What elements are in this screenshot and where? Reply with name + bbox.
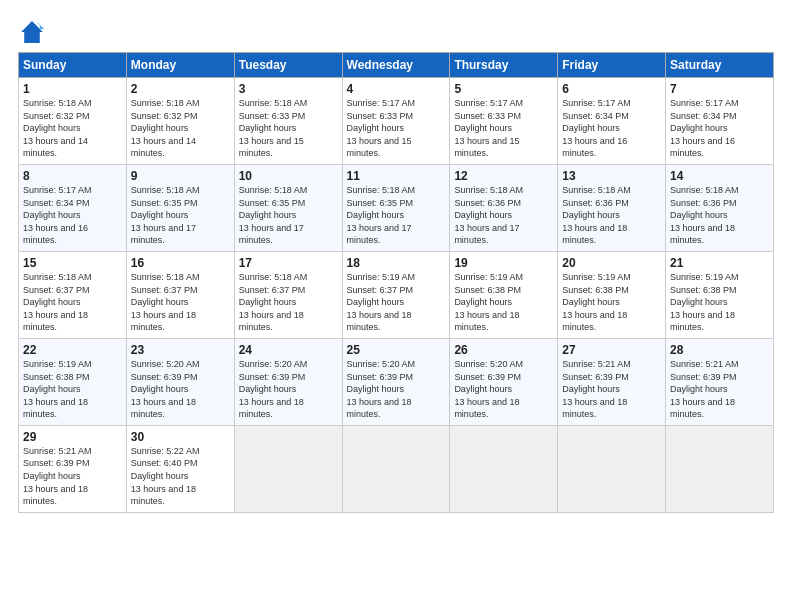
calendar-cell: 21 Sunrise: 5:19 AM Sunset: 6:38 PM Dayl… bbox=[666, 251, 774, 338]
sunrise-label: Sunrise: 5:18 AM bbox=[23, 272, 92, 282]
day-number: 22 bbox=[23, 343, 122, 357]
daylight-label: Daylight hours bbox=[347, 210, 405, 220]
daylight-value: 13 hours and 18 minutes. bbox=[347, 310, 412, 333]
sunset-label: Sunset: 6:34 PM bbox=[562, 111, 629, 121]
day-info: Sunrise: 5:18 AM Sunset: 6:37 PM Dayligh… bbox=[23, 271, 122, 334]
calendar-week-row: 15 Sunrise: 5:18 AM Sunset: 6:37 PM Dayl… bbox=[19, 251, 774, 338]
sunset-label: Sunset: 6:37 PM bbox=[23, 285, 90, 295]
calendar-cell bbox=[450, 425, 558, 512]
sunset-label: Sunset: 6:34 PM bbox=[23, 198, 90, 208]
sunset-label: Sunset: 6:37 PM bbox=[131, 285, 198, 295]
day-info: Sunrise: 5:18 AM Sunset: 6:33 PM Dayligh… bbox=[239, 97, 338, 160]
day-info: Sunrise: 5:18 AM Sunset: 6:35 PM Dayligh… bbox=[347, 184, 446, 247]
daylight-value: 13 hours and 18 minutes. bbox=[239, 310, 304, 333]
calendar-cell: 6 Sunrise: 5:17 AM Sunset: 6:34 PM Dayli… bbox=[558, 78, 666, 165]
sunset-label: Sunset: 6:33 PM bbox=[239, 111, 306, 121]
calendar-cell: 22 Sunrise: 5:19 AM Sunset: 6:38 PM Dayl… bbox=[19, 338, 127, 425]
calendar-cell: 15 Sunrise: 5:18 AM Sunset: 6:37 PM Dayl… bbox=[19, 251, 127, 338]
calendar-cell: 26 Sunrise: 5:20 AM Sunset: 6:39 PM Dayl… bbox=[450, 338, 558, 425]
daylight-label: Daylight hours bbox=[23, 297, 81, 307]
day-number: 21 bbox=[670, 256, 769, 270]
sunrise-label: Sunrise: 5:18 AM bbox=[131, 272, 200, 282]
day-info: Sunrise: 5:17 AM Sunset: 6:34 PM Dayligh… bbox=[23, 184, 122, 247]
day-info: Sunrise: 5:18 AM Sunset: 6:36 PM Dayligh… bbox=[670, 184, 769, 247]
day-info: Sunrise: 5:20 AM Sunset: 6:39 PM Dayligh… bbox=[131, 358, 230, 421]
calendar-cell: 30 Sunrise: 5:22 AM Sunset: 6:40 PM Dayl… bbox=[126, 425, 234, 512]
calendar-cell: 2 Sunrise: 5:18 AM Sunset: 6:32 PM Dayli… bbox=[126, 78, 234, 165]
sunrise-label: Sunrise: 5:17 AM bbox=[347, 98, 416, 108]
day-number: 15 bbox=[23, 256, 122, 270]
daylight-value: 13 hours and 18 minutes. bbox=[23, 310, 88, 333]
daylight-label: Daylight hours bbox=[131, 471, 189, 481]
day-number: 28 bbox=[670, 343, 769, 357]
day-info: Sunrise: 5:19 AM Sunset: 6:38 PM Dayligh… bbox=[454, 271, 553, 334]
daylight-label: Daylight hours bbox=[347, 123, 405, 133]
day-info: Sunrise: 5:17 AM Sunset: 6:33 PM Dayligh… bbox=[347, 97, 446, 160]
sunrise-label: Sunrise: 5:17 AM bbox=[562, 98, 631, 108]
daylight-value: 13 hours and 18 minutes. bbox=[454, 397, 519, 420]
day-number: 9 bbox=[131, 169, 230, 183]
daylight-value: 13 hours and 18 minutes. bbox=[562, 310, 627, 333]
day-number: 18 bbox=[347, 256, 446, 270]
daylight-label: Daylight hours bbox=[562, 123, 620, 133]
daylight-value: 13 hours and 18 minutes. bbox=[131, 484, 196, 507]
daylight-label: Daylight hours bbox=[454, 123, 512, 133]
sunrise-label: Sunrise: 5:19 AM bbox=[670, 272, 739, 282]
daylight-value: 13 hours and 16 minutes. bbox=[562, 136, 627, 159]
sunrise-label: Sunrise: 5:20 AM bbox=[347, 359, 416, 369]
calendar-cell: 18 Sunrise: 5:19 AM Sunset: 6:37 PM Dayl… bbox=[342, 251, 450, 338]
daylight-label: Daylight hours bbox=[347, 384, 405, 394]
sunrise-label: Sunrise: 5:18 AM bbox=[131, 98, 200, 108]
calendar-cell bbox=[342, 425, 450, 512]
daylight-label: Daylight hours bbox=[454, 384, 512, 394]
sunset-label: Sunset: 6:38 PM bbox=[670, 285, 737, 295]
sunset-label: Sunset: 6:39 PM bbox=[239, 372, 306, 382]
sunrise-label: Sunrise: 5:19 AM bbox=[562, 272, 631, 282]
daylight-value: 13 hours and 17 minutes. bbox=[347, 223, 412, 246]
day-number: 13 bbox=[562, 169, 661, 183]
sunset-label: Sunset: 6:39 PM bbox=[347, 372, 414, 382]
calendar-cell: 4 Sunrise: 5:17 AM Sunset: 6:33 PM Dayli… bbox=[342, 78, 450, 165]
day-number: 7 bbox=[670, 82, 769, 96]
calendar-cell: 9 Sunrise: 5:18 AM Sunset: 6:35 PM Dayli… bbox=[126, 164, 234, 251]
daylight-value: 13 hours and 18 minutes. bbox=[670, 223, 735, 246]
page: SundayMondayTuesdayWednesdayThursdayFrid… bbox=[0, 0, 792, 612]
daylight-label: Daylight hours bbox=[239, 210, 297, 220]
daylight-value: 13 hours and 18 minutes. bbox=[562, 397, 627, 420]
sunrise-label: Sunrise: 5:19 AM bbox=[454, 272, 523, 282]
day-number: 26 bbox=[454, 343, 553, 357]
daylight-value: 13 hours and 14 minutes. bbox=[23, 136, 88, 159]
calendar-cell: 14 Sunrise: 5:18 AM Sunset: 6:36 PM Dayl… bbox=[666, 164, 774, 251]
calendar-cell: 25 Sunrise: 5:20 AM Sunset: 6:39 PM Dayl… bbox=[342, 338, 450, 425]
daylight-label: Daylight hours bbox=[131, 297, 189, 307]
day-info: Sunrise: 5:20 AM Sunset: 6:39 PM Dayligh… bbox=[454, 358, 553, 421]
daylight-value: 13 hours and 18 minutes. bbox=[670, 397, 735, 420]
calendar-cell: 7 Sunrise: 5:17 AM Sunset: 6:34 PM Dayli… bbox=[666, 78, 774, 165]
calendar-cell: 19 Sunrise: 5:19 AM Sunset: 6:38 PM Dayl… bbox=[450, 251, 558, 338]
daylight-value: 13 hours and 16 minutes. bbox=[23, 223, 88, 246]
daylight-label: Daylight hours bbox=[670, 210, 728, 220]
calendar-cell: 24 Sunrise: 5:20 AM Sunset: 6:39 PM Dayl… bbox=[234, 338, 342, 425]
sunset-label: Sunset: 6:32 PM bbox=[23, 111, 90, 121]
day-number: 30 bbox=[131, 430, 230, 444]
day-number: 6 bbox=[562, 82, 661, 96]
sunrise-label: Sunrise: 5:18 AM bbox=[131, 185, 200, 195]
sunset-label: Sunset: 6:39 PM bbox=[562, 372, 629, 382]
calendar-table: SundayMondayTuesdayWednesdayThursdayFrid… bbox=[18, 52, 774, 513]
day-info: Sunrise: 5:20 AM Sunset: 6:39 PM Dayligh… bbox=[239, 358, 338, 421]
daylight-label: Daylight hours bbox=[670, 297, 728, 307]
daylight-label: Daylight hours bbox=[562, 210, 620, 220]
calendar-cell bbox=[666, 425, 774, 512]
calendar-cell: 12 Sunrise: 5:18 AM Sunset: 6:36 PM Dayl… bbox=[450, 164, 558, 251]
sunset-label: Sunset: 6:36 PM bbox=[670, 198, 737, 208]
daylight-value: 13 hours and 14 minutes. bbox=[131, 136, 196, 159]
weekday-header-wednesday: Wednesday bbox=[342, 53, 450, 78]
day-info: Sunrise: 5:18 AM Sunset: 6:36 PM Dayligh… bbox=[562, 184, 661, 247]
calendar-cell: 1 Sunrise: 5:18 AM Sunset: 6:32 PM Dayli… bbox=[19, 78, 127, 165]
daylight-value: 13 hours and 17 minutes. bbox=[454, 223, 519, 246]
calendar-cell: 29 Sunrise: 5:21 AM Sunset: 6:39 PM Dayl… bbox=[19, 425, 127, 512]
generalblue-logo-icon bbox=[18, 18, 46, 46]
daylight-label: Daylight hours bbox=[347, 297, 405, 307]
daylight-label: Daylight hours bbox=[239, 297, 297, 307]
daylight-label: Daylight hours bbox=[562, 297, 620, 307]
